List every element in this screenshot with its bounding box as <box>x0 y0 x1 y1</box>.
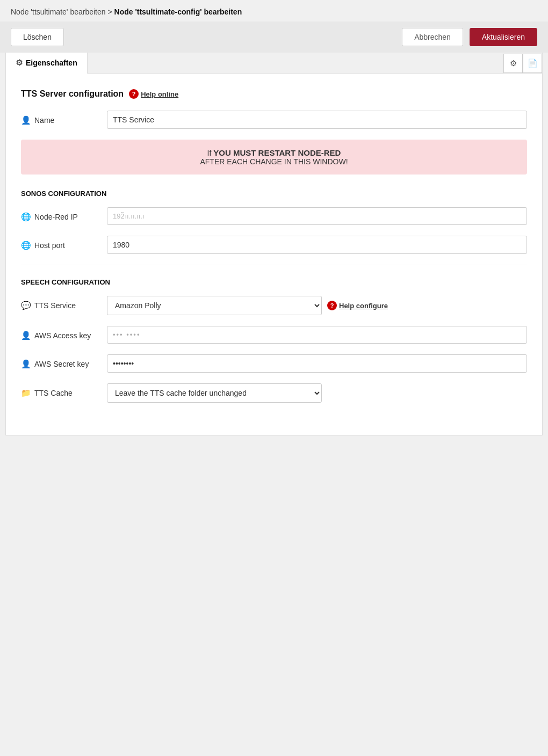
aws-secret-input[interactable] <box>107 354 527 373</box>
help-online-icon: ? <box>129 89 139 99</box>
tab-gear-icon: ⚙ <box>510 59 517 68</box>
aws-access-person-icon: 👤 <box>21 331 31 340</box>
hostport-globe-icon: 🌐 <box>21 241 31 250</box>
help-configure-label: Help configure <box>339 302 388 310</box>
name-input[interactable] <box>107 111 527 129</box>
tts-service-label-text: TTS Service <box>34 301 76 310</box>
tab-doc-icon: 📄 <box>528 59 538 68</box>
aws-secret-label-text: AWS Secret key <box>34 360 89 368</box>
hostport-label-text: Host port <box>34 241 65 250</box>
sonos-section-title: SONOS CONFIGURATION <box>21 190 527 198</box>
aws-secret-label: 👤 AWS Secret key <box>21 354 107 369</box>
delete-button[interactable]: Löschen <box>11 28 64 46</box>
hostport-label: 🌐 Host port <box>21 236 107 250</box>
tts-service-select[interactable]: Amazon Polly Google TTS Local TTS <box>107 296 322 315</box>
tab-gear-button[interactable]: ⚙ <box>503 54 523 73</box>
aws-access-row: 👤 AWS Access key <box>21 326 527 344</box>
cancel-button[interactable]: Abbrechen <box>402 28 463 46</box>
aws-secret-row: 👤 AWS Secret key <box>21 354 527 373</box>
aws-access-label-text: AWS Access key <box>34 331 91 340</box>
tts-cache-select[interactable]: Leave the TTS cache folder unchanged Cle… <box>107 383 322 403</box>
aws-access-input[interactable] <box>107 326 527 344</box>
noderedip-field-row: 🌐 Node-Red IP <box>21 207 527 225</box>
tts-service-speech-icon: 💬 <box>21 301 31 310</box>
section-title: TTS Server configuration <box>21 89 124 99</box>
warning-bold: YOU MUST RESTART NODE-RED <box>213 148 341 157</box>
hostport-input[interactable] <box>107 236 527 254</box>
tab-properties[interactable]: ⚙ Eigenschaften <box>6 53 88 74</box>
name-label: 👤 Name <box>21 111 107 125</box>
noderedip-globe-icon: 🌐 <box>21 212 31 222</box>
tts-cache-label: 📁 TTS Cache <box>21 383 107 398</box>
warning-line2: AFTER EACH CHANGE IN THIS WINDOW! <box>32 157 516 166</box>
noderedip-label: 🌐 Node-Red IP <box>21 207 107 222</box>
tab-properties-label: Eigenschaften <box>26 59 77 67</box>
help-online-label: Help online <box>141 90 178 98</box>
content-area: TTS Server configuration ? Help online 👤… <box>6 74 542 435</box>
tts-cache-folder-icon: 📁 <box>21 388 31 398</box>
breadcrumb: Node 'ttsultimate' bearbeiten > Node 'tt… <box>0 0 548 21</box>
warning-prefix: If <box>207 149 214 157</box>
tab-doc-button[interactable]: 📄 <box>523 54 542 73</box>
toolbar: Löschen Abbrechen Aktualisieren <box>0 21 548 53</box>
breadcrumb-current: Node 'ttsultimate-config' bearbeiten <box>114 8 242 16</box>
section-header: TTS Server configuration ? Help online <box>21 89 527 99</box>
aws-access-label: 👤 AWS Access key <box>21 326 107 340</box>
breadcrumb-separator: > <box>106 8 114 16</box>
tts-service-controls: Amazon Polly Google TTS Local TTS ? Help… <box>107 296 527 315</box>
tts-service-row: 💬 TTS Service Amazon Polly Google TTS Lo… <box>21 296 527 315</box>
noderedip-input[interactable] <box>107 207 527 225</box>
main-panel: ⚙ Eigenschaften ⚙ 📄 TTS Server configura… <box>5 53 543 435</box>
name-person-icon: 👤 <box>21 115 31 125</box>
name-label-text: Name <box>34 116 54 125</box>
warning-line1: If YOU MUST RESTART NODE-RED <box>32 148 516 157</box>
breadcrumb-parent: Node 'ttsultimate' bearbeiten <box>11 8 106 16</box>
divider-speech <box>21 265 527 265</box>
tts-service-label: 💬 TTS Service <box>21 296 107 310</box>
update-button[interactable]: Aktualisieren <box>470 28 537 46</box>
aws-secret-person-icon: 👤 <box>21 359 31 369</box>
hostport-field-row: 🌐 Host port <box>21 236 527 254</box>
tabs-bar: ⚙ Eigenschaften ⚙ 📄 <box>6 53 542 74</box>
name-field-row: 👤 Name <box>21 111 527 129</box>
speech-section-title: SPEECH CONFIGURATION <box>21 278 527 286</box>
help-configure-icon: ? <box>327 301 337 310</box>
noderedip-label-text: Node-Red IP <box>34 213 78 221</box>
help-online-link[interactable]: ? Help online <box>129 89 178 99</box>
tts-cache-label-text: TTS Cache <box>34 389 73 397</box>
properties-gear-icon: ⚙ <box>16 58 23 68</box>
warning-banner: If YOU MUST RESTART NODE-RED AFTER EACH … <box>21 140 527 175</box>
help-configure-link[interactable]: ? Help configure <box>327 301 388 310</box>
tts-cache-row: 📁 TTS Cache Leave the TTS cache folder u… <box>21 383 527 403</box>
